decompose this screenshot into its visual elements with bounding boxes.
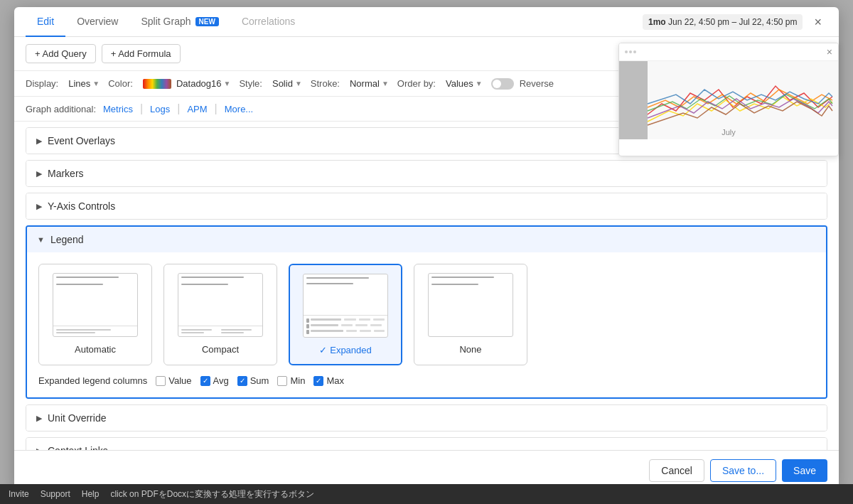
preview-chart-none <box>429 274 513 336</box>
tab-split-graph[interactable]: Split Graph NEW <box>129 7 230 37</box>
preview-chart-automatic <box>53 274 137 326</box>
add-query-button[interactable]: + Add Query <box>26 44 96 63</box>
save-button[interactable]: Save <box>782 459 827 482</box>
context-links-label: Context Links <box>48 445 108 450</box>
preview-expanded-val-9 <box>374 330 385 332</box>
legend-option-compact[interactable]: Compact <box>163 264 277 365</box>
modal-overlay: × July Edit Overview Split Graph <box>0 0 853 484</box>
tab-edit[interactable]: Edit <box>26 7 65 37</box>
reverse-label: Reverse <box>520 78 554 89</box>
legend-content: Automatic <box>27 252 826 397</box>
preview-legend-expanded <box>304 316 387 337</box>
chart-svg <box>619 65 838 136</box>
legend-compact-preview <box>178 273 263 337</box>
legend-option-none[interactable]: None <box>414 264 527 365</box>
dot-2 <box>629 50 632 53</box>
save-to-button[interactable]: Save to... <box>710 459 776 482</box>
mini-preview-header: × <box>619 43 838 61</box>
checkbox-sum-input[interactable]: ✓ <box>237 376 247 386</box>
taskbar-support[interactable]: Support <box>41 489 70 499</box>
add-formula-button[interactable]: + Add Formula <box>102 44 181 63</box>
checkbox-max-input[interactable]: ✓ <box>313 376 323 386</box>
dialog-close-button[interactable]: × <box>808 13 827 31</box>
preview-expanded-dot-3 <box>306 330 309 334</box>
tab-split-graph-label: Split Graph <box>141 16 191 27</box>
style-select[interactable]: Solid ▼ <box>269 77 305 90</box>
preview-expanded-val-1 <box>344 318 355 321</box>
preview-expanded-line-2 <box>306 283 353 284</box>
preview-chart-compact <box>178 274 262 326</box>
lines-select[interactable]: Lines ▼ <box>65 77 102 90</box>
taskbar-content: click on PDFをDocxに変換する処理を実行するボタン <box>110 488 844 500</box>
taskbar-help[interactable]: Help <box>82 489 100 499</box>
preview-line-2 <box>56 284 103 285</box>
stroke-select[interactable]: Normal ▼ <box>347 77 392 90</box>
legend-option-automatic[interactable]: Automatic <box>38 264 152 365</box>
color-select[interactable]: Datadog16 ▼ <box>140 77 234 90</box>
stroke-value: Normal <box>350 78 380 89</box>
expanded-check-icon: ✓ <box>319 345 327 355</box>
legend-automatic-preview <box>53 273 138 337</box>
preview-legend-compact <box>178 326 262 336</box>
taskbar-invite[interactable]: Invite <box>9 489 29 499</box>
checkbox-avg[interactable]: ✓ Avg <box>200 375 229 386</box>
color-chevron: ▼ <box>224 80 231 87</box>
checkbox-min-input[interactable] <box>277 376 287 386</box>
display-label: Display: <box>26 78 58 89</box>
markers-label: Markers <box>48 168 84 179</box>
checkbox-avg-input[interactable]: ✓ <box>200 376 210 386</box>
dialog-content[interactable]: ▶ Event Overlays ▶ Markers ▶ Y-Axis Cont… <box>14 122 839 450</box>
mini-preview-dots <box>625 50 636 53</box>
pipe-3: | <box>215 102 218 115</box>
markers-section: ▶ Markers <box>26 160 827 187</box>
time-range: Jun 22, 4:50 pm – Jul 22, 4:50 pm <box>668 17 797 27</box>
preview-expanded-dot-1 <box>306 318 309 323</box>
legend-option-expanded[interactable]: ✓ Expanded <box>289 264 402 365</box>
preview-expanded-val-5 <box>355 324 368 326</box>
tab-overview[interactable]: Overview <box>65 7 129 37</box>
context-links-header[interactable]: ▶ Context Links <box>26 438 827 450</box>
cancel-button[interactable]: Cancel <box>649 459 704 482</box>
checkbox-min[interactable]: Min <box>277 375 305 386</box>
legend-header[interactable]: ▼ Legend <box>27 227 826 252</box>
logs-link[interactable]: Logs <box>150 104 170 114</box>
markers-header[interactable]: ▶ Markers <box>26 161 827 186</box>
checkbox-sum[interactable]: ✓ Sum <box>237 375 269 386</box>
graph-additional-label: Graph additional: <box>26 104 96 114</box>
unit-override-header[interactable]: ▶ Unit Override <box>26 405 827 431</box>
stroke-chevron: ▼ <box>382 80 389 87</box>
legend-expanded-label: Expanded <box>330 345 372 355</box>
unit-override-label: Unit Override <box>48 412 106 424</box>
metrics-link[interactable]: Metrics <box>103 104 133 114</box>
checkbox-min-label: Min <box>290 375 305 386</box>
order-select[interactable]: Values ▼ <box>443 77 485 90</box>
checkbox-avg-label: Avg <box>213 375 229 386</box>
reverse-toggle[interactable] <box>491 78 514 90</box>
mini-preview-close-button[interactable]: × <box>827 46 832 58</box>
preview-chart-expanded <box>304 274 387 316</box>
expanded-label-check: ✓ Expanded <box>319 345 372 355</box>
checkbox-value[interactable]: Value <box>156 375 191 386</box>
y-axis-header[interactable]: ▶ Y-Axis Controls <box>26 193 827 219</box>
preview-expanded-val-4 <box>341 324 353 326</box>
taskbar: Invite Support Help click on PDFをDocxに変換… <box>0 484 853 504</box>
lines-chevron: ▼ <box>92 80 100 87</box>
unit-override-section: ▶ Unit Override <box>26 404 827 431</box>
stroke-label: Stroke: <box>311 78 340 89</box>
preview-compact-line-1 <box>181 277 244 278</box>
preview-legend-line-1 <box>56 329 111 331</box>
event-overlays-label: Event Overlays <box>48 135 115 146</box>
preview-compact-legend-3 <box>181 332 204 333</box>
apm-link[interactable]: APM <box>187 104 207 114</box>
more-link[interactable]: More... <box>225 104 253 114</box>
legend-none-preview <box>428 273 513 337</box>
checkbox-value-input[interactable] <box>156 376 166 386</box>
preview-expanded-row-3 <box>306 330 385 334</box>
preview-compact-line-2 <box>181 284 228 285</box>
checkbox-max[interactable]: ✓ Max <box>313 375 344 386</box>
mini-chart-label: July <box>721 128 736 136</box>
preview-expanded-text-1 <box>311 318 341 321</box>
legend-compact-label: Compact <box>202 344 239 355</box>
context-links-section: ▶ Context Links <box>26 437 827 450</box>
color-swatch <box>143 79 171 89</box>
